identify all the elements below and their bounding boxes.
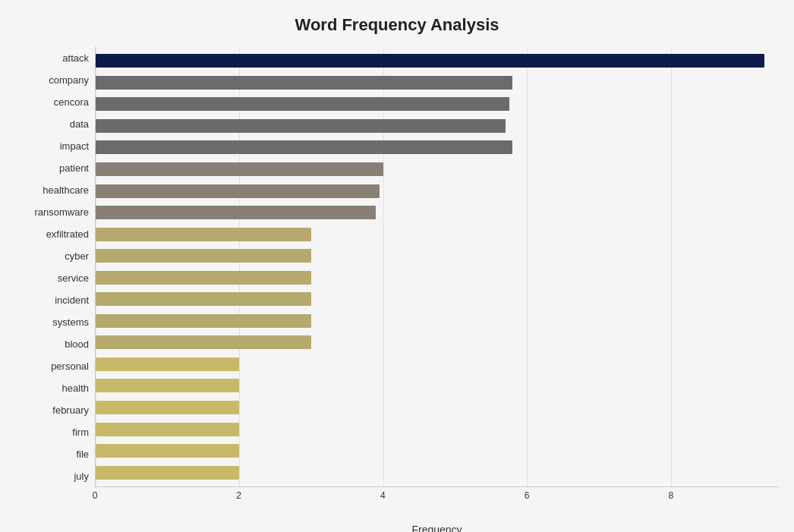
bar-row (96, 266, 779, 288)
y-label: company (15, 75, 89, 85)
y-label: firm (15, 427, 89, 437)
bar-row (96, 159, 779, 181)
y-label: personal (15, 361, 89, 371)
bar-row (96, 115, 779, 137)
bar (96, 444, 239, 458)
y-label: service (15, 273, 89, 283)
bar (96, 140, 512, 154)
bar-row (96, 72, 779, 94)
x-tick-label: 0 (93, 490, 98, 501)
chart-container: Word Frequency Analysis attackcompanycen… (0, 0, 794, 532)
bar-row (96, 418, 779, 440)
bar-row (96, 245, 779, 267)
bar (96, 292, 311, 306)
y-axis: attackcompanycencoradataimpactpatienthea… (15, 47, 95, 487)
bar (96, 228, 311, 241)
bar (96, 271, 311, 285)
bars-wrapper (96, 47, 779, 486)
bar-row (96, 310, 779, 332)
bar (96, 379, 239, 392)
x-axis: 02468 (95, 490, 779, 505)
bar-row (96, 288, 779, 310)
y-label: ransomware (15, 207, 89, 217)
bar-row (96, 223, 779, 245)
y-label: systems (15, 317, 89, 327)
x-tick-label: 2 (236, 490, 241, 501)
bar-row (96, 202, 779, 224)
y-label: february (15, 405, 89, 415)
y-label: patient (15, 163, 89, 173)
bar-row (96, 332, 779, 354)
y-label: data (15, 119, 89, 129)
y-label: attack (15, 53, 89, 63)
y-label: cyber (15, 251, 89, 261)
y-label: incident (15, 295, 89, 305)
y-label: blood (15, 339, 89, 349)
chart-title: Word Frequency Analysis (15, 15, 779, 35)
bar (96, 76, 512, 90)
bar-row (96, 375, 779, 397)
bar (96, 335, 311, 349)
bar (96, 119, 506, 133)
bar (96, 466, 239, 480)
bar (96, 54, 764, 68)
bar (96, 184, 380, 198)
bar (96, 97, 509, 111)
bar (96, 357, 239, 371)
x-axis-title: Frequency (95, 524, 779, 532)
bar-row (96, 93, 779, 115)
bar-row (96, 461, 779, 483)
bar-row (96, 137, 779, 159)
x-tick-label: 8 (668, 490, 673, 501)
bar-row (96, 180, 779, 202)
y-label: healthcare (15, 185, 89, 195)
bar-row (96, 397, 779, 419)
y-label: cencora (15, 97, 89, 107)
bar (96, 206, 376, 219)
bar (96, 401, 239, 414)
bar-row (96, 354, 779, 376)
x-tick-label: 4 (380, 490, 386, 501)
chart-area: attackcompanycencoradataimpactpatienthea… (15, 47, 779, 487)
y-label: july (15, 471, 89, 481)
bar (96, 249, 311, 263)
bar-row (96, 50, 779, 72)
y-label: impact (15, 141, 89, 151)
bar-row (96, 440, 779, 462)
bar (96, 423, 239, 436)
x-tick-label: 6 (525, 490, 530, 501)
bar (96, 162, 383, 176)
y-label: file (15, 449, 89, 459)
y-label: exfiltrated (15, 229, 89, 239)
y-label: health (15, 383, 89, 393)
plot-area (95, 47, 779, 487)
bar (96, 314, 311, 328)
